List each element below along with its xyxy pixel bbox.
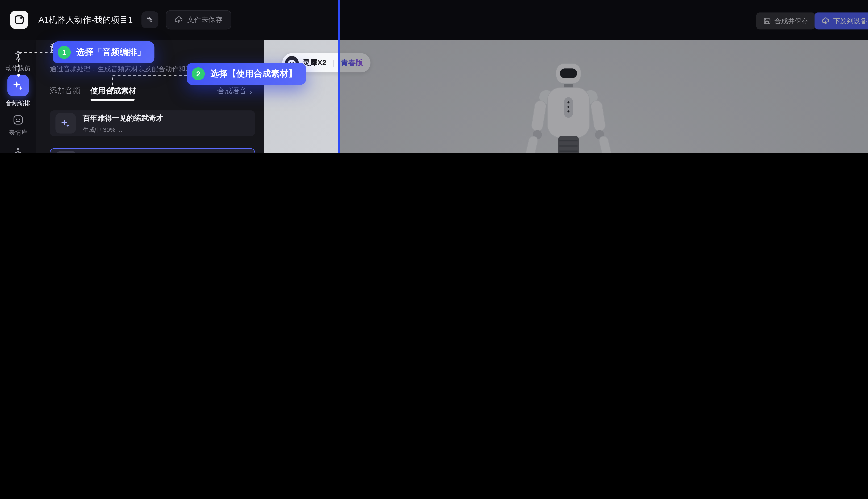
robot-model xyxy=(498,61,639,153)
play-icon[interactable]: ▶ xyxy=(56,151,76,153)
deploy-button[interactable]: 下发到设备 xyxy=(815,12,868,29)
sidebar-item-label: 音频编排 xyxy=(6,99,30,108)
expression-library-icon xyxy=(12,114,24,125)
tutorial-step-1[interactable]: 1 选择「音频编排」 xyxy=(53,41,155,63)
deploy-button-label: 下发到设备 xyxy=(833,16,867,26)
sidebar-item-audio-arrange[interactable]: 音频编排 xyxy=(0,75,36,108)
top-bar: A1机器人动作-我的项目1 ✎ 文件未保存 合成并保存 xyxy=(0,0,868,40)
motion-library-icon xyxy=(12,147,24,153)
audio-item-subtitle: 生成中 30% ... xyxy=(83,125,163,134)
viewport-3d[interactable]: 灵犀X2 ｜ 青春版 xyxy=(264,40,868,153)
audio-item-generating[interactable]: 百年难得一见的练武奇才 生成中 30% ... xyxy=(50,110,255,136)
audio-item-title: 百年难得一见的练武奇才 xyxy=(83,113,163,123)
project-title: A1机器人动作-我的项目1 xyxy=(39,15,133,25)
step-text: 选择「音频编排」 xyxy=(76,47,146,58)
sidebar-item-label: 动作模仿 xyxy=(6,64,30,72)
save-button[interactable]: 合成并保存 xyxy=(756,12,815,29)
audio-item-title: 哈哈大笑声音-点击状态 xyxy=(83,151,159,153)
sidebar-item-label: 表情库 xyxy=(9,129,28,137)
sidebar-item-motion-library[interactable]: 动作库 xyxy=(0,147,36,153)
file-status: 文件未保存 xyxy=(166,10,231,29)
sparkle-icon xyxy=(55,113,76,133)
sidebar-item-expression-library[interactable]: 表情库 xyxy=(0,114,36,137)
sidebar: 动作模仿 音频编排 表情库 xyxy=(0,40,36,153)
sidebar-item-motion-imitate[interactable]: 动作模仿 xyxy=(0,50,36,72)
audio-arrange-icon xyxy=(7,75,29,96)
synth-voice-link[interactable]: 合成语音 › xyxy=(217,86,252,96)
app-logo-icon[interactable] xyxy=(10,11,28,29)
chevron-right-icon: › xyxy=(249,86,252,96)
cloud-download-icon xyxy=(821,17,830,25)
step-text: 选择【使用合成素材】 xyxy=(210,69,297,79)
tab-use-synth-material[interactable]: 使用合成素材 xyxy=(90,86,136,96)
save-icon xyxy=(763,17,771,25)
tab-add-audio[interactable]: 添加音频 xyxy=(50,86,80,96)
cloud-icon xyxy=(174,15,183,24)
audio-item-selected[interactable]: ▶ 哈哈大笑声音-点击状态 00:03 xyxy=(50,148,255,153)
model-divider: ｜ xyxy=(330,58,337,68)
step-number-badge: 2 xyxy=(192,68,205,81)
model-name: 灵犀X2 xyxy=(302,58,326,68)
file-status-label: 文件未保存 xyxy=(187,15,223,24)
edit-title-button[interactable]: ✎ xyxy=(141,11,159,28)
save-button-label: 合成并保存 xyxy=(774,16,808,26)
step-number-badge: 1 xyxy=(58,46,71,59)
pencil-icon: ✎ xyxy=(147,15,153,24)
active-tab-underline xyxy=(90,99,135,100)
app-root: A1机器人动作-我的项目1 ✎ 文件未保存 合成并保存 xyxy=(0,0,868,153)
tutorial-step-2[interactable]: 2 选择【使用合成素材】 xyxy=(187,63,306,85)
model-variant: 青春版 xyxy=(341,58,363,68)
synth-voice-label: 合成语音 xyxy=(217,86,247,96)
motion-imitate-icon xyxy=(12,50,24,61)
